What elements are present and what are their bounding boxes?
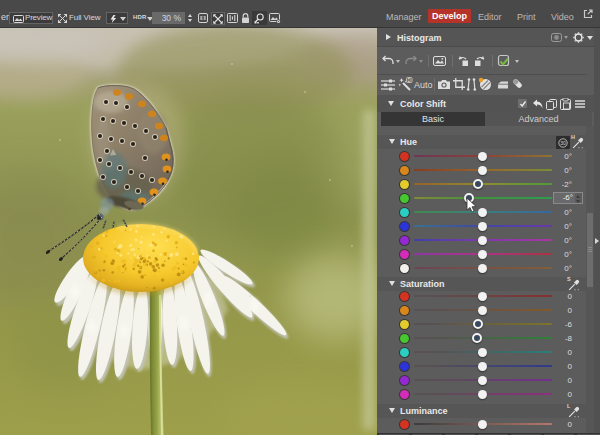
- svg-text:30: 30: [560, 140, 566, 146]
